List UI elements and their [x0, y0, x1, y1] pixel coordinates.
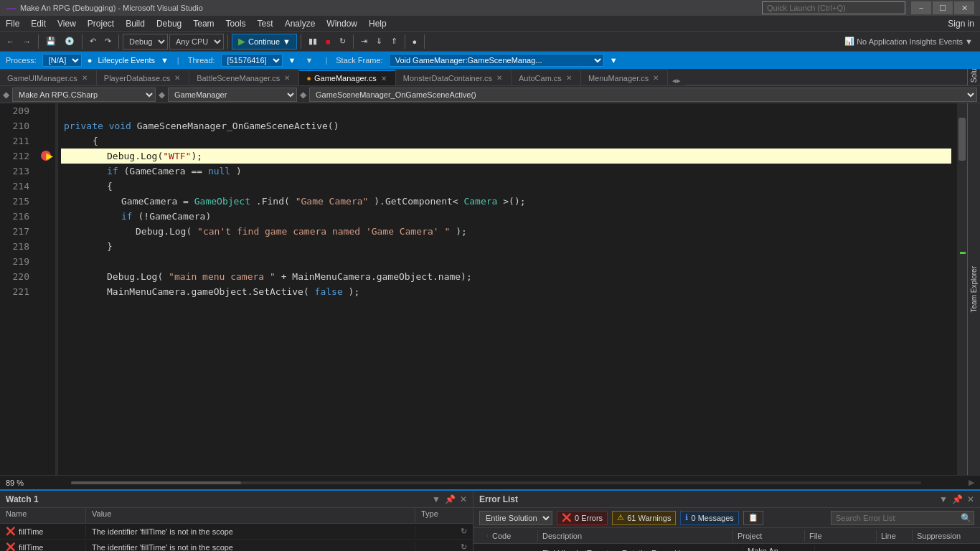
error-pin-icon[interactable]: 📌: [952, 494, 963, 504]
close-tab-autocam[interactable]: ✕: [565, 73, 573, 83]
error-close-icon[interactable]: ✕: [967, 494, 974, 504]
sep2: [82, 34, 83, 49]
insights-icon: 📊: [844, 37, 854, 46]
watch-table-header: Name Value Type: [0, 508, 473, 524]
watch-value-2: The identifier 'fillTime' is not in the …: [86, 542, 415, 552]
menu-edit[interactable]: Edit: [25, 16, 52, 32]
warnings-filter-btn[interactable]: ⚠ 61 Warnings: [612, 511, 676, 525]
filter-btn[interactable]: ▼: [302, 52, 317, 68]
continue-button[interactable]: ▶ Continue ▼: [232, 34, 297, 50]
sep5: [301, 34, 301, 49]
menu-build[interactable]: Build: [120, 16, 151, 32]
tab-battlescenemanager[interactable]: BattleSceneManager.cs ✕: [189, 70, 299, 85]
search-error-input[interactable]: [831, 511, 974, 525]
zoom-level: 89 %: [6, 479, 24, 487]
tab-menumanager[interactable]: MenuManager.cs ✕: [581, 70, 668, 85]
close-tab-playerdatabase[interactable]: ✕: [173, 73, 182, 83]
code-area[interactable]: private void GameSceneManager_OnGameScen…: [55, 103, 957, 475]
lifecycle-dropdown[interactable]: ▼: [161, 56, 169, 65]
menu-signin[interactable]: Sign in: [942, 16, 980, 32]
toolbar-undo-btn[interactable]: ↶: [86, 34, 100, 50]
h-scrollbar[interactable]: [71, 481, 921, 484]
toolbar-back-btn[interactable]: ←: [3, 34, 18, 50]
tab-autocam[interactable]: AutoCam.cs ✕: [512, 70, 581, 85]
eth-file[interactable]: File: [805, 530, 877, 542]
namespace-dropdown[interactable]: Make An RPG.CSharp: [12, 88, 156, 102]
menu-analyze[interactable]: Analyze: [279, 16, 321, 32]
menu-bar: File Edit View Project Build Debug Team …: [0, 16, 980, 32]
eth-project[interactable]: Project: [733, 530, 805, 542]
eth-suppression[interactable]: Suppression: [913, 530, 970, 542]
stop-btn[interactable]: ■: [322, 34, 334, 50]
menu-test[interactable]: Test: [252, 16, 279, 32]
error-copy-btn[interactable]: 📋: [743, 511, 763, 525]
close-tab-monsterdatacontainer[interactable]: ✕: [495, 73, 504, 83]
class-dropdown[interactable]: GameManager: [168, 88, 297, 102]
menu-view[interactable]: View: [52, 16, 82, 32]
menu-file[interactable]: File: [0, 16, 25, 32]
team-explorer-label[interactable]: Team Explorer: [969, 263, 979, 315]
menu-help[interactable]: Help: [363, 16, 392, 32]
menu-debug[interactable]: Debug: [151, 16, 187, 32]
close-tab-menumanager[interactable]: ✕: [651, 73, 660, 83]
eth-description[interactable]: Description: [538, 530, 733, 542]
insights-dropdown-icon: ▼: [965, 37, 973, 46]
eth-code[interactable]: Code: [488, 530, 538, 542]
restore-button[interactable]: ☐: [933, 1, 953, 14]
quick-launch-input[interactable]: [762, 1, 905, 14]
debug-mode-dropdown[interactable]: Debug: [123, 34, 168, 50]
watch-close-icon[interactable]: ✕: [460, 494, 467, 504]
watch-dropdown-icon[interactable]: ▼: [432, 494, 440, 504]
messages-filter-btn[interactable]: ℹ 0 Messages: [680, 511, 738, 525]
errors-filter-btn[interactable]: ❌ 0 Errors: [557, 511, 608, 525]
thread-label: Thread:: [188, 56, 215, 65]
code-line-219: [61, 254, 951, 269]
watch-name-1: ❌ fillTime: [0, 525, 86, 537]
process-dropdown[interactable]: [N/A]: [42, 54, 82, 67]
method-dropdown[interactable]: GameSceneManager_OnGameSceneActive(): [309, 88, 977, 102]
stepover-btn[interactable]: ⇥: [357, 34, 371, 50]
stepout-btn[interactable]: ⇑: [387, 34, 401, 50]
right-scrollbar[interactable]: [957, 103, 967, 475]
eth-line[interactable]: Line: [877, 530, 913, 542]
editor-body: 209 210 211 212 213 214 215 216 217 218 …: [0, 103, 980, 475]
stepinto-btn[interactable]: ⇓: [372, 34, 386, 50]
insights-button[interactable]: 📊 No Application Insights Events ▼: [840, 37, 977, 46]
watch-pin-icon[interactable]: 📌: [445, 494, 456, 504]
watch-panel-title: Watch 1: [6, 494, 39, 504]
restart-btn[interactable]: ↻: [336, 34, 349, 50]
refresh-icon-2[interactable]: ↻: [461, 542, 467, 551]
scroll-right-btn[interactable]: ▶: [969, 478, 974, 487]
menu-project[interactable]: Project: [82, 16, 120, 32]
stackframe-dropdown[interactable]: Void GameManager:GameSceneManag...: [389, 54, 604, 67]
close-tab-gamemanager[interactable]: ✕: [380, 74, 388, 83]
tab-overflow[interactable]: ◂▸: [668, 76, 685, 85]
toolbar-fwd-btn[interactable]: →: [19, 34, 34, 50]
solution-explorer-pin[interactable]: Solution Explorer: [967, 69, 980, 85]
sep3: [118, 34, 119, 49]
menu-team[interactable]: Team: [187, 16, 220, 32]
menu-tools[interactable]: Tools: [220, 16, 252, 32]
menu-window[interactable]: Window: [321, 16, 363, 32]
tab-gameuimanager[interactable]: GameUIManager.cs ✕: [0, 70, 97, 85]
pause-btn[interactable]: ▮▮: [305, 34, 321, 50]
toolbar-saveall-btn[interactable]: 💿: [61, 34, 78, 50]
bp-btn[interactable]: ●: [409, 34, 421, 50]
close-button[interactable]: ✕: [954, 1, 974, 14]
tab-playerdatabase[interactable]: PlayerDatabase.cs ✕: [97, 70, 189, 85]
thread-dropdown[interactable]: [51576416]: [221, 54, 283, 67]
toolbar-redo-btn[interactable]: ↷: [101, 34, 115, 50]
error-row-1: ⚠ CS0649 Field 'LookatTarget.m_RotationR…: [473, 544, 980, 551]
line-numbers: 209 210 211 212 213 214 215 216 217 218 …: [0, 103, 39, 475]
toolbar-save-btn[interactable]: 💾: [42, 34, 60, 50]
refresh-icon-1[interactable]: ↻: [461, 527, 467, 536]
minimize-button[interactable]: −: [911, 1, 931, 14]
close-tab-gameuimanager[interactable]: ✕: [80, 73, 89, 83]
error-dropdown-icon[interactable]: ▼: [939, 494, 948, 504]
tab-monsterdatacontainer[interactable]: MonsterDataContainer.cs ✕: [396, 70, 512, 85]
close-tab-battlescenemanager[interactable]: ✕: [283, 73, 291, 83]
method-icon: ◆: [300, 90, 306, 100]
platform-dropdown[interactable]: Any CPU: [169, 34, 224, 50]
tab-gamemanager[interactable]: ● GameManager.cs ✕: [299, 70, 395, 85]
solution-scope-dropdown[interactable]: Entire Solution: [479, 511, 552, 525]
